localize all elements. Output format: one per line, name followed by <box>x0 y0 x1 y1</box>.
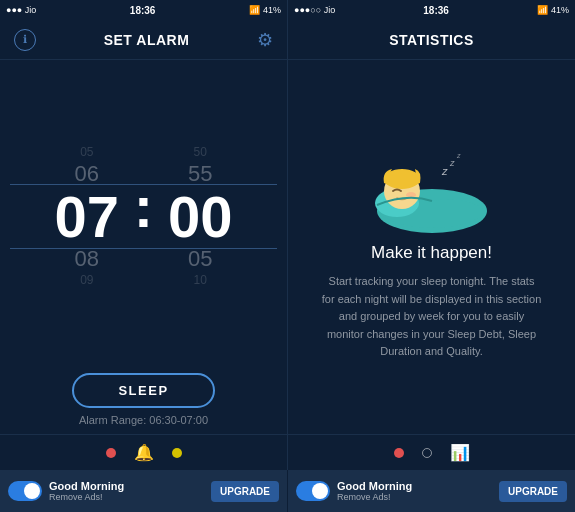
right-ad-banner: Good Morning Remove Ads! UPGRADE <box>288 470 575 512</box>
alarm-range-value: 06:30-07:00 <box>149 414 208 426</box>
sleep-button-area: SLEEP Alarm Range: 06:30-07:00 <box>0 373 287 434</box>
right-tab-dot-empty[interactable] <box>422 448 432 458</box>
right-status-bar: ●●●○○ Jio 18:36 📶 41% <box>288 0 575 20</box>
left-panel: ℹ SET ALARM ⚙ 05 06 07 08 09 : <box>0 20 288 470</box>
sleep-button[interactable]: SLEEP <box>72 373 214 408</box>
stats-content: z z z Make it happen! Start tracking you… <box>288 60 575 434</box>
right-panel-header: STATISTICS <box>288 20 575 60</box>
svg-text:z: z <box>449 158 455 168</box>
min-below: 05 <box>188 246 212 272</box>
minutes-column[interactable]: 50 55 00 05 10 <box>155 144 245 288</box>
time-picker: 05 06 07 08 09 : 50 55 00 05 10 <box>0 60 287 373</box>
right-upgrade-button[interactable]: UPGRADE <box>499 481 567 502</box>
svg-text:z: z <box>456 152 461 159</box>
hour-tiny-above: 05 <box>80 144 93 161</box>
left-carrier: ●●● Jio <box>6 5 36 15</box>
right-tab-dot-red[interactable] <box>394 448 404 458</box>
right-toggle-thumb <box>312 483 328 499</box>
gear-icon[interactable]: ⚙ <box>257 29 273 51</box>
left-tab-bar: 🔔 <box>0 434 287 470</box>
stats-title: STATISTICS <box>389 32 474 48</box>
min-main: 00 <box>168 188 233 246</box>
status-bars: ●●● Jio 18:36 📶 41% ●●●○○ Jio 18:36 📶 41… <box>0 0 575 20</box>
stats-headline: Make it happen! <box>371 243 492 263</box>
right-ad-subtitle: Remove Ads! <box>337 492 492 502</box>
info-icon[interactable]: ℹ <box>14 29 36 51</box>
left-battery: 41% <box>263 5 281 15</box>
right-tab-bar: 📊 <box>288 434 575 470</box>
left-ad-banner: Good Morning Remove Ads! UPGRADE <box>0 470 288 512</box>
left-ad-subtitle: Remove Ads! <box>49 492 204 502</box>
left-ad-title: Good Morning <box>49 480 204 492</box>
sleeping-character: z z z <box>367 133 497 233</box>
right-battery: 41% <box>551 5 569 15</box>
alarm-range: Alarm Range: 06:30-07:00 <box>79 414 208 426</box>
hour-below: 08 <box>75 246 99 272</box>
right-ad-title: Good Morning <box>337 480 492 492</box>
main-content: ℹ SET ALARM ⚙ 05 06 07 08 09 : <box>0 20 575 470</box>
stats-description: Start tracking your sleep tonight. The s… <box>322 273 542 361</box>
min-tiny-below: 10 <box>193 272 206 289</box>
left-time: 18:36 <box>130 5 156 16</box>
hour-main: 07 <box>55 188 120 246</box>
ad-banners: Good Morning Remove Ads! UPGRADE Good Mo… <box>0 470 575 512</box>
right-panel: STATISTICS <box>288 20 575 470</box>
left-ad-text: Good Morning Remove Ads! <box>49 480 204 502</box>
right-tab-chart-icon[interactable]: 📊 <box>450 443 470 462</box>
right-ad-toggle[interactable] <box>296 481 330 501</box>
page-title: SET ALARM <box>104 32 190 48</box>
time-separator: : <box>134 178 153 236</box>
left-ad-toggle[interactable] <box>8 481 42 501</box>
left-status-bar: ●●● Jio 18:36 📶 41% <box>0 0 288 20</box>
left-tab-dot-yellow[interactable] <box>172 448 182 458</box>
hours-column[interactable]: 05 06 07 08 09 <box>42 144 132 288</box>
picker-columns: 05 06 07 08 09 : 50 55 00 05 10 <box>42 144 245 288</box>
left-panel-header: ℹ SET ALARM ⚙ <box>0 20 287 60</box>
svg-text:z: z <box>441 165 448 177</box>
hour-tiny-below: 09 <box>80 272 93 289</box>
right-ad-text: Good Morning Remove Ads! <box>337 480 492 502</box>
left-tab-alarm-icon[interactable]: 🔔 <box>134 443 154 462</box>
alarm-range-label: Alarm Range: <box>79 414 146 426</box>
left-status-icons: 📶 41% <box>249 5 281 15</box>
left-tab-dot-red[interactable] <box>106 448 116 458</box>
right-status-icons: 📶 41% <box>537 5 569 15</box>
right-carrier: ●●●○○ Jio <box>294 5 335 15</box>
left-toggle-thumb <box>24 483 40 499</box>
left-wifi-icon: 📶 <box>249 5 260 15</box>
min-tiny-above: 50 <box>193 144 206 161</box>
right-wifi-icon: 📶 <box>537 5 548 15</box>
left-upgrade-button[interactable]: UPGRADE <box>211 481 279 502</box>
right-time: 18:36 <box>423 5 449 16</box>
